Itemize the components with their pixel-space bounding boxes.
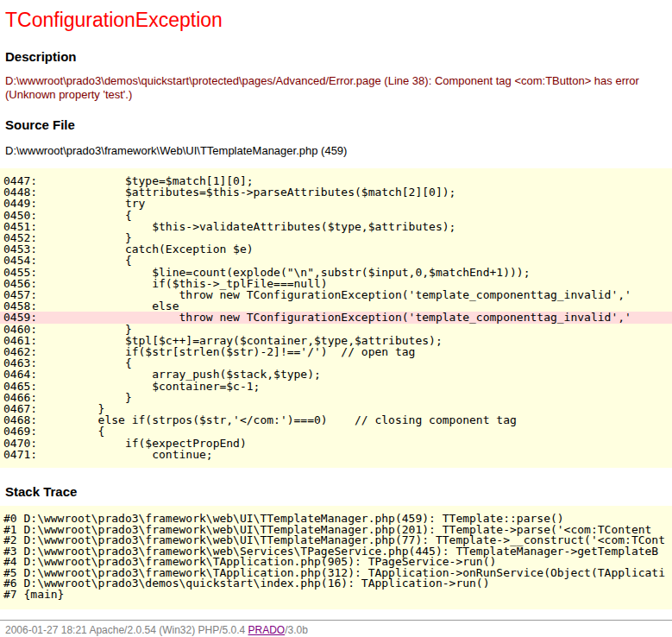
code-line: 0455: $line=count(explode("\n",substr($i… xyxy=(0,267,672,278)
page-title: TConfigurationException xyxy=(5,9,672,31)
code-line: 0450: { xyxy=(0,210,672,221)
prado-link[interactable]: PRADO xyxy=(248,624,286,636)
code-line: 0469: { xyxy=(0,426,672,437)
stack-frame: #7 {main} xyxy=(0,590,672,601)
code-line: 0465: $container=$c-1; xyxy=(0,381,672,392)
code-line: 0470: if($expectPropEnd) xyxy=(0,438,672,449)
code-line: 0464: array_push($stack,$type); xyxy=(0,369,672,380)
code-line: 0454: { xyxy=(0,255,672,266)
server-info-footer: 2006-01-27 18:21 Apache/2.0.54 (Win32) P… xyxy=(0,620,672,637)
source-file-heading: Source File xyxy=(5,118,672,132)
stack-trace-heading: Stack Trace xyxy=(5,485,672,499)
description-heading: Description xyxy=(5,50,672,64)
source-code-listing: 0447: $type=$match[1][0];0448: $attribut… xyxy=(0,168,672,468)
framework-version: /3.0b xyxy=(285,624,308,636)
source-file-path: D:\wwwroot\prado3\framework\Web\UI\TTemp… xyxy=(5,144,665,157)
error-message: D:\wwwroot\prado3\demos\quickstart\prote… xyxy=(5,74,665,101)
server-info-text: 2006-01-27 18:21 Apache/2.0.54 (Win32) P… xyxy=(5,624,248,636)
code-line: 0471: continue; xyxy=(0,449,672,460)
stack-frame: #6 D:\wwwroot\prado3\demos\quickstart\in… xyxy=(0,578,672,590)
code-line: 0460: } xyxy=(0,324,672,335)
code-line: 0459: throw new TConfigurationException(… xyxy=(0,312,672,323)
code-line: 0449: try xyxy=(0,198,672,209)
stack-trace-listing: #0 D:\wwwroot\prado3\framework\web\UI\TT… xyxy=(0,506,672,609)
